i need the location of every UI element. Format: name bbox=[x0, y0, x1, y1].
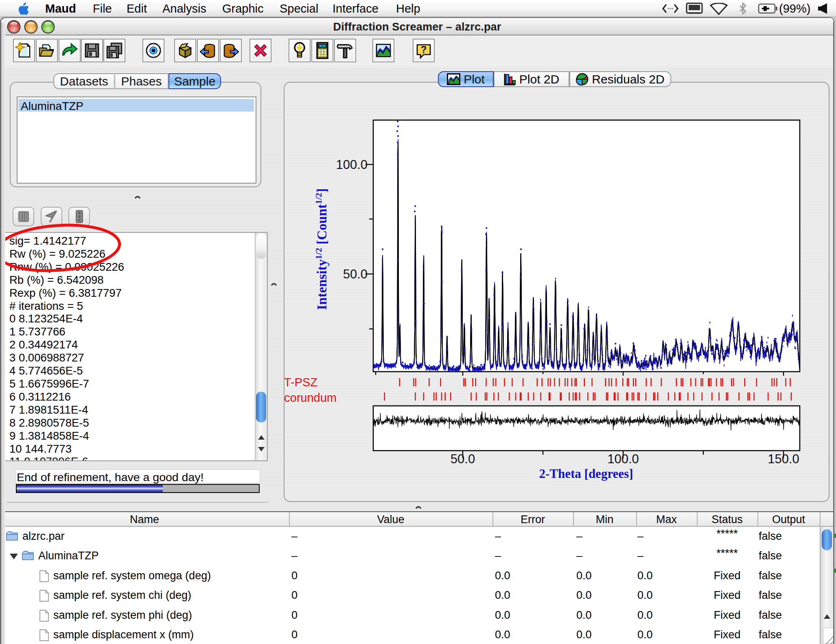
svg-text:?: ? bbox=[421, 44, 427, 55]
svg-text:T-PSZ: T-PSZ bbox=[284, 376, 317, 389]
svg-text:150.0: 150.0 bbox=[768, 452, 799, 466]
svg-text:50.0: 50.0 bbox=[343, 267, 368, 281]
svg-text:2-Theta [degrees]: 2-Theta [degrees] bbox=[539, 467, 633, 481]
svg-text:100.0: 100.0 bbox=[336, 158, 368, 172]
svg-text:50.0: 50.0 bbox=[451, 452, 475, 466]
svg-text:Intensity1/2 [Count1/2]: Intensity1/2 [Count1/2] bbox=[313, 188, 330, 310]
svg-text:corundum: corundum bbox=[284, 391, 337, 404]
svg-text:100.0: 100.0 bbox=[607, 452, 639, 466]
